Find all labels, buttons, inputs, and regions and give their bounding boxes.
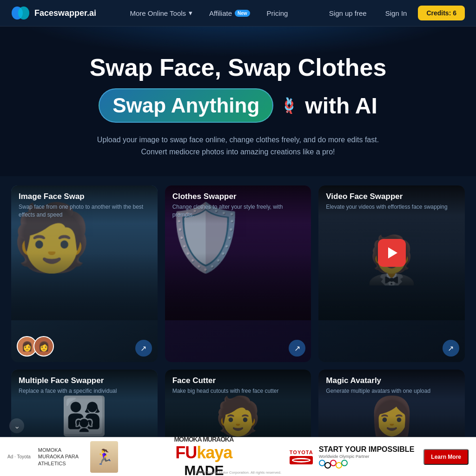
card-video-swapper[interactable]: Video Face Swapper Elevate your videos w… [318, 185, 465, 362]
toyota-logo-area: TOYOTA [290, 450, 313, 464]
cards-section: Image Face Swap Swap face from one photo… [0, 176, 476, 476]
logo-icon [11, 4, 30, 22]
video-arrow-button[interactable]: ↗ [443, 340, 459, 357]
signin-button[interactable]: Sign In [378, 6, 415, 21]
hero-sub2: Convert mediocre photos into amazing cre… [94, 146, 382, 158]
swap-anything-pill: Swap Anything [99, 88, 273, 123]
card-title-magic: Magic Avatarly [326, 376, 457, 385]
logo-text: Faceswapper.ai [34, 8, 96, 18]
play-triangle-icon [388, 247, 397, 258]
card-desc-video: Elevate your videos with effortless face… [326, 203, 457, 211]
nav-item-affiliate[interactable]: Affiliate New [202, 6, 257, 21]
card-desc-clothes: Change clothes to alter your style freel… [172, 203, 304, 219]
face-avatars: 👩 👩 [17, 336, 50, 357]
card-header-magic: Magic Avatarly Generate multiple avatars… [318, 370, 465, 400]
ad-person-text: MOMOKA MURAOKA PARA ATHLETICS [38, 447, 85, 467]
card-title-cutter: Face Cutter [172, 376, 304, 385]
card-desc-cutter: Make big head cutouts with free face cut… [172, 387, 304, 395]
olympic-rings [319, 460, 415, 469]
ad-person-photo: 🏃‍♀️ [90, 441, 118, 473]
card-header-cutter: Face Cutter Make big head cutouts with f… [165, 370, 311, 400]
logo[interactable]: Faceswapper.ai [11, 4, 96, 22]
svg-point-1 [18, 7, 29, 20]
dna-icon: 🪢 [280, 97, 298, 114]
hero-title-line1: Swap Face, Swap Clothes [9, 54, 467, 81]
face-swap-arrow-button[interactable]: ↗ [135, 340, 152, 357]
clothes-arrow-button[interactable]: ↗ [289, 340, 305, 357]
badge-new: New [235, 10, 250, 17]
ad-right-section: START YOUR IMPOSSIBLE Worldwide Olympic … [319, 445, 469, 468]
card-title-clothes: Clothes Swapper [172, 192, 304, 201]
ad-main-text: MOMOKA MURAOKA FUkaya MADE [118, 436, 290, 476]
hero-sub1: Upload your image to swap face online, c… [94, 134, 382, 146]
video-play-button[interactable] [378, 239, 406, 267]
hero-line2: Swap Anything 🪢 with AI [9, 88, 467, 123]
ad-label: Ad · Toyota [7, 454, 31, 459]
credits-button[interactable]: Credits: 6 [418, 6, 465, 20]
card-title-multiple: Multiple Face Swapper [19, 376, 150, 385]
card-desc-multiple: Replace a face with a specific individua… [19, 387, 150, 395]
ad-left-section: Ad · Toyota MOMOKA MURAOKA PARA ATHLETIC… [7, 441, 118, 473]
card-header-face-swap: Image Face Swap Swap face from one photo… [11, 185, 158, 224]
hero-section: Swap Face, Swap Clothes Swap Anything 🪢 … [0, 26, 476, 176]
nav-center: More Online Tools ▾ Affiliate New Pricin… [122, 5, 295, 21]
signup-button[interactable]: Sign up free [322, 6, 374, 21]
card-header-multiple: Multiple Face Swapper Replace a face wit… [11, 370, 158, 400]
card-header-clothes: Clothes Swapper Change clothes to alter … [165, 185, 311, 224]
ad-banner: Ad · Toyota MOMOKA MURAOKA PARA ATHLETIC… [0, 437, 476, 476]
card-title-video: Video Face Swapper [326, 192, 457, 201]
nav-item-pricing[interactable]: Pricing [259, 6, 296, 21]
ad-learn-more-button[interactable]: Learn More [423, 449, 469, 465]
card-desc-magic: Generate multiple avatars with one uploa… [326, 387, 457, 395]
card-clothes-swapper[interactable]: Clothes Swapper Change clothes to alter … [165, 185, 311, 362]
avatar-2: 👩 [33, 336, 54, 357]
card-desc-face-swap: Swap face from one photo to another with… [19, 203, 150, 219]
navbar: Faceswapper.ai More Online Tools ▾ Affil… [0, 0, 476, 26]
card-title-face-swap: Image Face Swap [19, 192, 150, 201]
card-header-video: Video Face Swapper Elevate your videos w… [318, 185, 465, 216]
card-face-swap[interactable]: Image Face Swap Swap face from one photo… [11, 185, 158, 362]
chevron-down-icon: ▾ [189, 9, 192, 17]
cards-row-1: Image Face Swap Swap face from one photo… [11, 185, 465, 362]
ad-right-text: START YOUR IMPOSSIBLE Worldwide Olympic … [319, 445, 415, 468]
nav-right: Sign up free Sign In Credits: 6 [322, 6, 465, 21]
with-ai-text: with AI [305, 93, 377, 119]
nav-item-tools[interactable]: More Online Tools ▾ [122, 5, 200, 21]
ad-copyright: ©2024 Toyota Motor Corporation. All righ… [195, 470, 281, 475]
